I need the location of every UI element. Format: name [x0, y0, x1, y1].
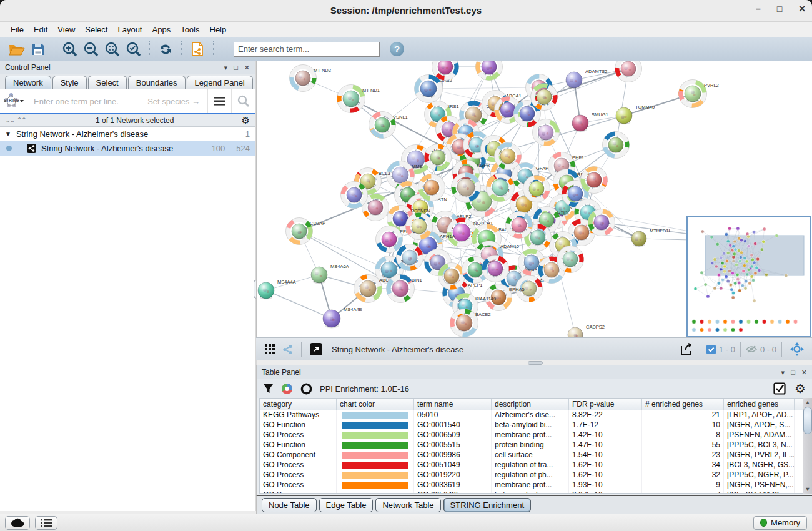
save-session-icon[interactable] [29, 41, 47, 58]
tab-select[interactable]: Select [88, 76, 127, 89]
network-node[interactable] [476, 61, 503, 81]
network-node-mthfd1l[interactable]: MTHFD1L [631, 228, 671, 247]
network-node[interactable] [406, 213, 433, 240]
table-row[interactable]: GO ProcessGO:0051049regulation of tra...… [260, 460, 803, 470]
network-node[interactable] [418, 174, 445, 201]
string-search-icon[interactable] [231, 89, 255, 113]
network-node[interactable] [438, 263, 465, 290]
open-in-view-icon[interactable] [309, 342, 324, 357]
pan-navigate-icon[interactable] [789, 341, 805, 357]
tab-node-table[interactable]: Node Table [262, 498, 317, 512]
table-panel-float-icon[interactable]: □ [791, 369, 795, 376]
help-icon[interactable]: ? [390, 42, 404, 56]
tab-legend-panel[interactable]: Legend Panel [187, 76, 253, 89]
network-row[interactable]: String Network - Alzheimer's disease 100… [0, 141, 255, 156]
search-input[interactable] [234, 42, 380, 57]
export-network-icon[interactable] [678, 341, 694, 357]
network-node[interactable] [341, 182, 368, 209]
network-node-cd2ap[interactable]: CD2AP [286, 218, 326, 245]
scrollbar-thumb[interactable] [803, 407, 812, 434]
network-node[interactable] [533, 119, 560, 146]
network-node[interactable] [615, 61, 642, 82]
tab-style[interactable]: Style [52, 76, 87, 89]
network-node[interactable] [506, 212, 533, 239]
column-header-5[interactable]: # enriched genes [642, 399, 724, 410]
table-row[interactable]: GO ProcessGO:0019220regulation of ph...1… [260, 470, 803, 480]
column-header-4[interactable]: FDR p-value [569, 399, 642, 410]
column-header-6[interactable]: enriched genes [724, 399, 795, 410]
column-header-3[interactable]: description [492, 399, 569, 410]
set-species-hint[interactable]: Set species → [147, 97, 207, 106]
menu-item-apps[interactable]: Apps [148, 24, 176, 36]
string-logo-icon[interactable]: STRING [0, 89, 27, 113]
table-row[interactable]: KEGG Pathways05010Alzheimer's dise...8.8… [260, 410, 803, 420]
menu-item-view[interactable]: View [53, 24, 79, 36]
zoom-out-icon[interactable] [82, 41, 100, 58]
table-panel-menu-icon[interactable]: ▾ [781, 369, 785, 377]
collection-row[interactable]: ▼ String Network - Alzheimer's disease 1 [0, 127, 255, 141]
maximize-button[interactable]: □ [777, 4, 782, 14]
memory-button[interactable]: Memory [753, 516, 807, 530]
network-node-tomm40[interactable]: TOMM40 [616, 104, 655, 124]
network-node[interactable] [397, 244, 423, 271]
column-header-1[interactable]: chart color [337, 399, 414, 410]
zoom-fit-icon[interactable] [104, 41, 121, 58]
table-panel-grip[interactable] [528, 361, 543, 365]
share-network-icon[interactable] [280, 342, 294, 356]
filter-icon[interactable] [263, 384, 274, 394]
menu-item-edit[interactable]: Edit [29, 24, 52, 36]
select-all-checkbox-icon[interactable] [773, 382, 786, 395]
menu-item-file[interactable]: File [6, 24, 28, 36]
collapse-all-icon[interactable]: ⌄⌄ [5, 116, 14, 124]
network-node[interactable] [482, 256, 509, 282]
task-list-button[interactable] [35, 516, 57, 530]
network-node[interactable] [495, 143, 522, 170]
ring-chart-icon[interactable] [300, 383, 312, 395]
zoom-selected-icon[interactable] [125, 41, 142, 58]
network-node-ms4a4a[interactable]: MS4A4A [258, 279, 296, 299]
table-scrollbar[interactable]: ▲ ▼ [803, 398, 812, 494]
network-node[interactable] [557, 246, 584, 273]
network-node-ms4a6a[interactable]: MS4A6A [311, 264, 349, 284]
network-node[interactable] [581, 167, 608, 194]
string-options-icon[interactable] [207, 89, 231, 113]
network-node-adamts2[interactable]: ADAMTS2 [566, 69, 607, 89]
network-node-pvrl2[interactable]: PVRL2 [679, 80, 719, 108]
string-query-input[interactable]: Enter one term per line. [27, 97, 147, 106]
network-node[interactable] [523, 176, 550, 202]
column-header-2[interactable]: term name [414, 399, 492, 410]
network-canvas[interactable]: MT-ND2MT-ND1VSNL1GAB2IRS1CHATABCA1ACHEBC… [256, 61, 812, 337]
menu-item-help[interactable]: Help [205, 24, 231, 36]
table-row[interactable]: GO ProcessGO:0050435beta-amyloid m...2.0… [260, 490, 803, 494]
grid-view-icon[interactable] [263, 342, 277, 356]
scroll-up-icon[interactable]: ▲ [804, 399, 811, 406]
network-import-icon[interactable] [189, 41, 206, 58]
scroll-down-icon[interactable]: ▼ [804, 485, 811, 493]
table-row[interactable]: GO ComponentGO:0009986cell surface1.54E-… [260, 450, 803, 460]
table-row[interactable]: GO ProcessGO:0006509membrane prot...1.42… [260, 430, 803, 440]
minimize-button[interactable]: – [756, 4, 761, 14]
network-node-mt-nd1[interactable]: MT-ND1 [337, 85, 380, 113]
table-panel-close-icon[interactable]: ✕ [801, 369, 807, 377]
tab-string-enrichment[interactable]: STRING Enrichment [443, 498, 531, 512]
pie-chart-icon[interactable] [281, 383, 293, 395]
menu-item-layout[interactable]: Layout [113, 24, 146, 36]
open-file-icon[interactable] [8, 41, 26, 58]
tab-network-table[interactable]: Network Table [375, 498, 440, 512]
table-row[interactable]: GO ProcessGO:0033619membrane prot...1.93… [260, 480, 803, 490]
tab-boundaries[interactable]: Boundaries [128, 76, 186, 89]
collection-expand-icon[interactable]: ▼ [5, 131, 11, 137]
network-node[interactable] [531, 84, 558, 111]
menu-item-select[interactable]: Select [81, 24, 112, 36]
network-options-gear-icon[interactable]: ⚙ [242, 115, 250, 126]
network-node-bace2[interactable]: BACE2 [450, 309, 491, 337]
zoom-in-icon[interactable] [61, 41, 79, 58]
enrichment-settings-gear-icon[interactable]: ⚙ [795, 383, 806, 394]
close-button[interactable]: ✕ [798, 4, 806, 14]
panel-float-icon[interactable]: □ [234, 64, 238, 71]
refresh-icon[interactable] [157, 41, 174, 58]
expand-all-icon[interactable]: ⌃⌃ [16, 116, 25, 124]
menu-item-tools[interactable]: Tools [176, 24, 204, 36]
cloud-button[interactable] [5, 516, 30, 530]
network-node[interactable] [603, 132, 630, 159]
